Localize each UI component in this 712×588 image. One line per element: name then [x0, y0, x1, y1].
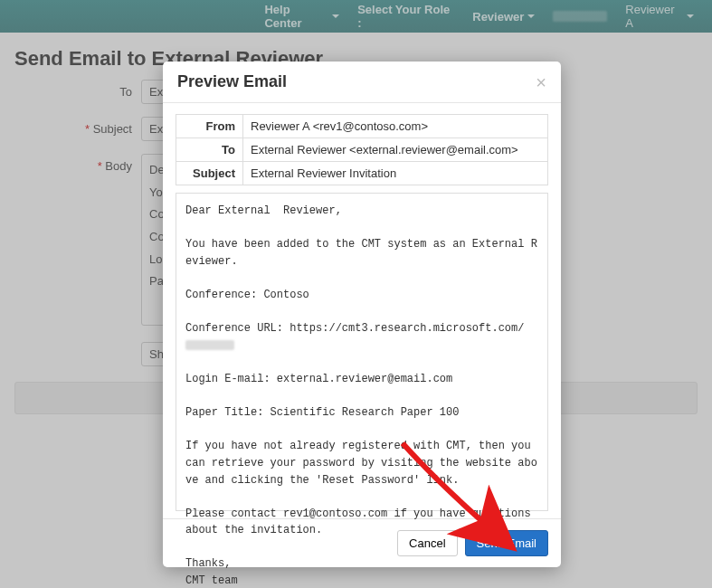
subject-value: External Reviewer Invitation [243, 162, 547, 185]
to-label: To [176, 138, 243, 161]
subject-label: Subject [176, 162, 243, 185]
modal-header: Preview Email × [163, 62, 561, 103]
from-label: From [176, 115, 243, 138]
modal-title: Preview Email [177, 72, 287, 91]
close-icon[interactable]: × [536, 73, 546, 91]
modal-body: From Reviewer A <rev1@contoso.com> To Ex… [163, 103, 561, 518]
to-value: External Reviewer <external.reviewer@ema… [243, 138, 547, 161]
blurred-url-segment [185, 340, 234, 350]
preview-email-modal: Preview Email × From Reviewer A <rev1@co… [163, 62, 561, 567]
email-body-preview: Dear External Reviewer, You have been ad… [176, 193, 548, 511]
send-email-button[interactable]: Send Email [465, 530, 548, 556]
from-value: Reviewer A <rev1@contoso.com> [243, 115, 547, 138]
cancel-button[interactable]: Cancel [397, 530, 457, 556]
